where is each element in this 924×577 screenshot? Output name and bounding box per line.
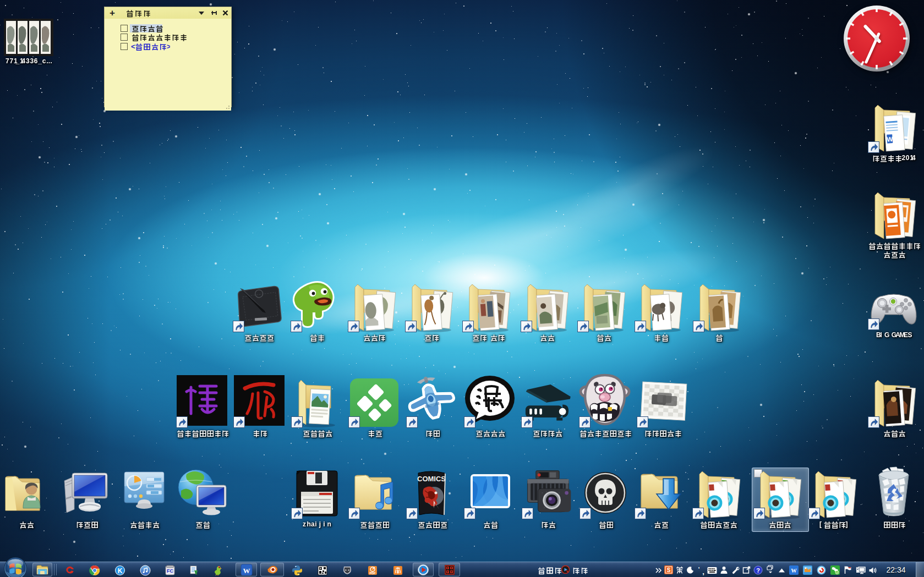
svg-text:3: 3	[30, 57, 34, 65]
svg-text:i: i	[323, 520, 325, 528]
svg-text:?: ?	[756, 567, 760, 574]
svg-text:j: j	[319, 520, 321, 528]
svg-text:FC: FC	[167, 568, 173, 574]
svg-text:]: ]	[845, 520, 848, 528]
svg-text:4: 4	[21, 57, 25, 65]
svg-text:W: W	[887, 135, 894, 144]
svg-text:W: W	[243, 566, 250, 574]
svg-text:2: 2	[901, 154, 905, 162]
svg-text:n: n	[327, 520, 331, 528]
svg-text:COMICS: COMICS	[417, 475, 446, 483]
svg-text:K: K	[118, 567, 123, 575]
svg-text:>: >	[167, 42, 170, 51]
svg-text:3: 3	[26, 57, 30, 65]
svg-text:7: 7	[9, 57, 13, 65]
svg-text:PDF: PDF	[370, 571, 376, 575]
svg-text:.: .	[50, 57, 52, 65]
svg-text:_: _	[15, 57, 19, 65]
svg-text:z: z	[303, 520, 306, 528]
svg-text:I: I	[880, 331, 882, 339]
svg-text:W: W	[791, 568, 797, 574]
svg-text:<: <	[131, 42, 135, 51]
svg-text:[: [	[819, 520, 822, 528]
svg-text:h: h	[307, 520, 310, 528]
svg-text:S: S	[667, 567, 671, 573]
svg-text:S: S	[907, 331, 912, 339]
svg-text:G: G	[884, 331, 889, 339]
svg-text:_: _	[37, 57, 42, 65]
svg-text:c: c	[42, 57, 46, 65]
svg-text:0: 0	[906, 154, 910, 162]
svg-text:6: 6	[34, 57, 37, 65]
svg-text:a: a	[311, 520, 315, 528]
svg-text:4: 4	[912, 154, 916, 162]
svg-text:i: i	[315, 520, 316, 528]
svg-text:7: 7	[6, 57, 9, 65]
